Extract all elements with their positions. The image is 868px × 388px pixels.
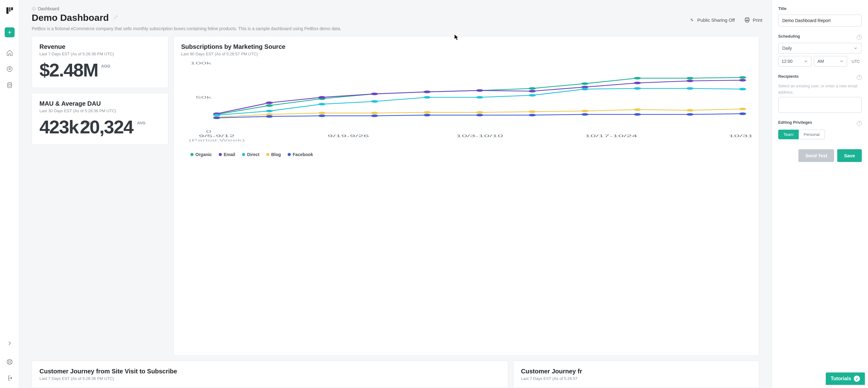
svg-point-30 bbox=[476, 89, 484, 92]
mau-title: MAU & Average DAU bbox=[39, 100, 161, 107]
legend-item[interactable]: Organic bbox=[190, 152, 212, 157]
frequency-select[interactable]: Daily bbox=[778, 43, 862, 54]
edit-title-icon[interactable] bbox=[113, 14, 119, 21]
svg-point-27 bbox=[318, 96, 326, 98]
svg-point-28 bbox=[371, 93, 378, 95]
svg-point-6 bbox=[8, 361, 10, 363]
save-button[interactable]: Save bbox=[837, 149, 862, 162]
svg-rect-10 bbox=[746, 21, 748, 22]
svg-point-63 bbox=[476, 114, 484, 116]
svg-point-65 bbox=[581, 113, 588, 116]
team-toggle[interactable]: Team bbox=[778, 130, 799, 139]
svg-point-56 bbox=[687, 109, 694, 112]
svg-point-41 bbox=[476, 96, 484, 98]
public-sharing-toggle[interactable]: Public Sharing Off bbox=[689, 17, 735, 23]
home-icon[interactable] bbox=[3, 47, 16, 59]
svg-point-54 bbox=[581, 110, 588, 112]
legend-item[interactable]: Direct bbox=[242, 152, 259, 157]
legend-item[interactable]: Facebook bbox=[288, 152, 313, 157]
svg-rect-2 bbox=[11, 7, 13, 10]
timezone-label: UTC bbox=[850, 59, 862, 64]
add-button[interactable] bbox=[5, 27, 14, 37]
svg-text:(Partial Week): (Partial Week) bbox=[189, 139, 245, 142]
frequency-value: Daily bbox=[782, 46, 792, 51]
title-label: Title bbox=[778, 6, 862, 11]
recipients-help-icon[interactable]: ? bbox=[857, 75, 862, 80]
revenue-tag: AGG bbox=[101, 64, 111, 68]
ampm-select[interactable]: AM bbox=[814, 56, 847, 66]
journey2-title: Customer Journey fr bbox=[521, 368, 751, 375]
customer-journey-card-1[interactable]: Customer Journey from Site Visit to Subs… bbox=[32, 361, 508, 388]
page-description: PetBox is a fictional eCommerce company … bbox=[19, 26, 772, 36]
print-button[interactable]: Print bbox=[744, 17, 763, 23]
svg-point-43 bbox=[581, 88, 588, 90]
svg-point-55 bbox=[634, 109, 641, 111]
revenue-title: Revenue bbox=[39, 43, 161, 50]
recipients-input[interactable] bbox=[778, 97, 862, 113]
svg-point-57 bbox=[739, 108, 746, 110]
svg-point-29 bbox=[424, 90, 431, 93]
legend-item[interactable]: Blog bbox=[266, 152, 281, 157]
journey1-title: Customer Journey from Site Visit to Subs… bbox=[39, 368, 500, 375]
page-title: Demo Dashboard bbox=[32, 12, 109, 23]
revenue-card[interactable]: Revenue Last 7 Days EST (As of 5:26:36 P… bbox=[32, 36, 168, 88]
main-content: Dashboard Demo Dashboard Public Sharing … bbox=[19, 0, 772, 388]
svg-point-42 bbox=[529, 94, 536, 96]
time-value: 12:00 bbox=[782, 59, 793, 64]
svg-point-23 bbox=[687, 77, 694, 79]
mau-subtitle: Last 30 Days EST (As of 5:26:36 PM UTC) bbox=[39, 109, 161, 113]
sidebar bbox=[0, 0, 19, 388]
logout-icon[interactable] bbox=[3, 372, 16, 384]
recipients-placeholder: Select an existing user, or enter a new … bbox=[778, 83, 862, 95]
send-test-button[interactable]: Send Test bbox=[798, 149, 834, 162]
database-icon[interactable] bbox=[3, 79, 16, 91]
subscriptions-subtitle: Last 90 Days EST (As of 5:26:57 PM UTC) bbox=[181, 52, 751, 56]
mau-tag2: AVG bbox=[137, 121, 145, 125]
mau-card[interactable]: MAU & Average DAU Last 30 Days EST (As o… bbox=[32, 93, 168, 145]
scheduling-label: Scheduling bbox=[778, 34, 800, 38]
svg-point-60 bbox=[318, 114, 326, 117]
svg-point-58 bbox=[213, 117, 220, 119]
svg-point-46 bbox=[739, 88, 746, 90]
report-title-input[interactable] bbox=[778, 14, 862, 26]
svg-point-7 bbox=[32, 7, 36, 10]
ampm-value: AM bbox=[817, 59, 824, 64]
legend-item[interactable]: Email bbox=[219, 152, 235, 157]
svg-point-39 bbox=[371, 100, 378, 102]
svg-point-37 bbox=[266, 110, 273, 112]
svg-point-4 bbox=[7, 83, 11, 85]
svg-point-44 bbox=[634, 87, 641, 90]
svg-rect-1 bbox=[9, 7, 10, 12]
svg-point-34 bbox=[687, 80, 694, 82]
svg-point-59 bbox=[266, 115, 273, 118]
help-icon[interactable] bbox=[3, 356, 16, 368]
subscriptions-chart-card[interactable]: Subscriptions by Marketing Source Last 9… bbox=[173, 36, 759, 356]
svg-rect-0 bbox=[6, 7, 8, 14]
svg-point-53 bbox=[529, 110, 536, 113]
svg-point-26 bbox=[266, 102, 273, 104]
tutorials-button[interactable]: Tutorials ✓ bbox=[826, 372, 865, 385]
breadcrumb[interactable]: Dashboard bbox=[32, 6, 759, 11]
page-header: Dashboard Demo Dashboard Public Sharing … bbox=[19, 0, 772, 26]
chevron-down-icon bbox=[804, 59, 808, 63]
mau-value: 423k AGG bbox=[39, 116, 78, 138]
expand-sidebar-icon[interactable] bbox=[3, 337, 16, 350]
svg-point-66 bbox=[634, 113, 641, 116]
svg-text:10/17-10/24: 10/17-10/24 bbox=[585, 134, 637, 138]
svg-text:100k: 100k bbox=[190, 61, 212, 65]
revenue-value: $2.48M AGG bbox=[39, 59, 98, 81]
svg-point-24 bbox=[739, 76, 746, 79]
chart-legend: OrganicEmailDirectBlogFacebook bbox=[181, 152, 751, 157]
svg-text:9/5-9/12: 9/5-9/12 bbox=[199, 134, 235, 138]
compass-icon[interactable] bbox=[3, 63, 16, 75]
svg-text:0: 0 bbox=[206, 130, 212, 133]
personal-toggle[interactable]: Personal bbox=[799, 130, 825, 139]
time-select[interactable]: 12:00 bbox=[778, 56, 811, 66]
svg-point-45 bbox=[687, 87, 694, 90]
editing-help-icon[interactable]: ? bbox=[857, 121, 862, 126]
scheduling-help-icon[interactable]: ? bbox=[857, 35, 862, 40]
svg-point-49 bbox=[318, 112, 326, 114]
tutorials-label: Tutorials bbox=[831, 376, 851, 382]
svg-point-15 bbox=[266, 104, 273, 107]
customer-journey-card-2[interactable]: Customer Journey fr Last 7 Days EST (As … bbox=[513, 361, 759, 388]
